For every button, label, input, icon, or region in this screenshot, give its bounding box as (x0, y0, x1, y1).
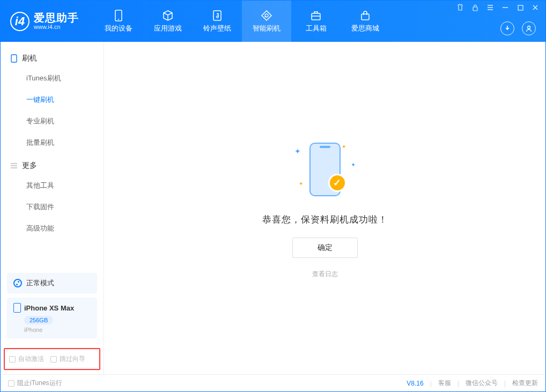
sidebar-bottom: 正常模式 iPhone XS Max 256GB iPhone (1, 268, 104, 348)
svg-rect-4 (312, 13, 320, 20)
device-icon (113, 10, 124, 21)
mode-row: 正常模式 (13, 278, 91, 288)
success-message: 恭喜您，保资料刷机成功啦！ (262, 213, 388, 226)
status-link-support[interactable]: 客服 (438, 379, 451, 388)
nav-toolbox[interactable]: 工具箱 (291, 1, 341, 42)
checkbox-icon (9, 356, 16, 363)
sidebar-item-pro-flash[interactable]: 专业刷机 (1, 110, 104, 132)
sidebar-item-download-firmware[interactable]: 下载固件 (1, 196, 104, 218)
device-name: iPhone XS Max (24, 304, 74, 312)
window-controls (450, 1, 545, 14)
music-icon (211, 10, 223, 21)
nav-ringtones[interactable]: 铃声壁纸 (193, 1, 242, 42)
view-log-link[interactable]: 查看日志 (312, 270, 338, 279)
sparkle-icon: ✦ (299, 181, 303, 187)
tshirt-icon[interactable] (456, 4, 464, 11)
checkbox-block-itunes[interactable]: 阻止iTunes运行 (8, 379, 62, 388)
sparkle-icon: ✦ (342, 144, 346, 150)
sidebar-item-other-tools[interactable]: 其他工具 (1, 175, 104, 196)
check-badge-icon: ✓ (328, 174, 346, 192)
status-bar: 阻止iTunes运行 V8.16 | 客服 | 微信公众号 | 检查更新 (1, 374, 545, 391)
lock-icon[interactable] (471, 4, 479, 11)
ok-button[interactable]: 确定 (292, 238, 358, 258)
nav-label: 铃声壁纸 (203, 24, 231, 33)
svg-point-1 (118, 19, 119, 20)
svg-rect-5 (361, 14, 369, 20)
storage-badge: 256GB (24, 316, 53, 324)
sidebar-group-flash[interactable]: 刷机 (1, 46, 104, 68)
status-link-wechat[interactable]: 微信公众号 (466, 379, 498, 388)
sidebar-item-advanced[interactable]: 高级功能 (1, 218, 104, 239)
close-icon[interactable] (532, 4, 539, 11)
logo-text: 爱思助手 www.i4.cn (34, 12, 79, 30)
success-illustration: ✦ ✦ ✦ ✦ ✓ (285, 137, 365, 202)
minimize-icon[interactable] (501, 4, 509, 11)
app-name: 爱思助手 (34, 12, 79, 24)
nav-apps-games[interactable]: 应用游戏 (143, 1, 193, 42)
sidebar: 刷机 iTunes刷机 一键刷机 专业刷机 批量刷机 更多 其他工具 下载固件 … (1, 42, 104, 374)
main-content: ✦ ✦ ✦ ✦ ✓ 恭喜您，保资料刷机成功啦！ 确定 查看日志 (104, 42, 545, 374)
group-title: 更多 (22, 161, 37, 171)
list-icon (10, 162, 18, 169)
svg-point-3 (217, 16, 219, 18)
body: 刷机 iTunes刷机 一键刷机 专业刷机 批量刷机 更多 其他工具 下载固件 … (1, 42, 545, 374)
mode-icon (13, 279, 22, 287)
refresh-icon (261, 10, 272, 21)
sidebar-scroll: 刷机 iTunes刷机 一键刷机 专业刷机 批量刷机 更多 其他工具 下载固件 … (1, 42, 104, 268)
phone-outline-icon (10, 55, 18, 62)
logo-icon: i4 (10, 12, 29, 31)
top-nav: 我的设备 应用游戏 铃声壁纸 智能刷机 工具箱 爱思商城 (94, 1, 390, 42)
user-button[interactable] (522, 21, 536, 35)
group-title: 刷机 (22, 54, 37, 63)
sidebar-item-oneclick-flash[interactable]: 一键刷机 (1, 89, 104, 110)
nav-my-device[interactable]: 我的设备 (94, 1, 143, 42)
maximize-icon[interactable] (517, 4, 524, 11)
status-right: V8.16 | 客服 | 微信公众号 | 检查更新 (407, 379, 538, 388)
app-url: www.i4.cn (34, 24, 79, 30)
status-link-update[interactable]: 检查更新 (512, 379, 538, 388)
nav-label: 工具箱 (306, 24, 327, 33)
store-icon (359, 10, 371, 21)
checkbox-auto-activate[interactable]: 自动激活 (9, 354, 44, 364)
nav-store[interactable]: 爱思商城 (341, 1, 390, 42)
header: i4 爱思助手 www.i4.cn 我的设备 应用游戏 铃声壁纸 智能刷机 (1, 1, 545, 42)
toolbox-icon (310, 10, 322, 21)
checkbox-label: 阻止iTunes运行 (17, 379, 62, 388)
sparkle-icon: ✦ (294, 147, 301, 156)
divider: | (504, 380, 506, 387)
device-card[interactable]: iPhone XS Max 256GB iPhone (7, 298, 97, 338)
svg-rect-9 (11, 55, 17, 62)
version-label: V8.16 (407, 380, 423, 387)
device-type: iPhone (24, 327, 91, 333)
svg-rect-7 (518, 5, 523, 10)
options-row: 自动激活 跳过向导 (4, 348, 100, 370)
sidebar-item-itunes-flash[interactable]: iTunes刷机 (1, 68, 104, 89)
nav-label: 爱思商城 (351, 24, 379, 33)
nav-label: 我的设备 (105, 24, 132, 33)
menu-icon[interactable] (486, 4, 494, 11)
device-name-row: iPhone XS Max (13, 303, 91, 313)
nav-label: 智能刷机 (253, 24, 281, 33)
svg-rect-2 (213, 11, 221, 20)
checkbox-label: 跳过向导 (60, 354, 85, 364)
nav-smart-flash[interactable]: 智能刷机 (242, 1, 291, 42)
mode-label: 正常模式 (26, 278, 54, 288)
svg-point-8 (528, 26, 530, 29)
logo-area: i4 爱思助手 www.i4.cn (1, 12, 88, 31)
mode-card[interactable]: 正常模式 (7, 273, 97, 293)
checkbox-icon (8, 380, 14, 387)
app-window: i4 爱思助手 www.i4.cn 我的设备 应用游戏 铃声壁纸 智能刷机 (0, 0, 546, 392)
header-right-icons (500, 21, 536, 35)
nav-label: 应用游戏 (154, 24, 182, 33)
phone-small-icon (13, 303, 21, 313)
download-button[interactable] (500, 21, 514, 35)
sidebar-item-batch-flash[interactable]: 批量刷机 (1, 132, 104, 153)
checkbox-label: 自动激活 (18, 354, 44, 364)
divider: | (430, 380, 432, 387)
sidebar-group-more[interactable]: 更多 (1, 153, 104, 175)
svg-rect-6 (473, 7, 477, 11)
checkbox-icon (50, 356, 57, 363)
checkbox-skip-guide[interactable]: 跳过向导 (50, 354, 85, 364)
divider: | (458, 380, 459, 387)
cube-icon (162, 10, 174, 21)
